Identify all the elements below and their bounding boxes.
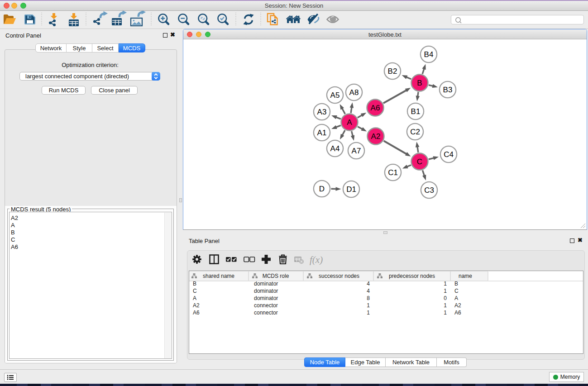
svg-text:A6: A6 xyxy=(193,310,200,316)
svg-text:4: 4 xyxy=(367,281,370,287)
svg-text:B4: B4 xyxy=(424,50,434,59)
svg-text:dominator: dominator xyxy=(254,295,278,301)
svg-text:0: 0 xyxy=(444,295,447,301)
svg-text:1: 1 xyxy=(444,281,447,287)
svg-text:1: 1 xyxy=(444,302,447,309)
svg-text:1: 1 xyxy=(444,288,447,294)
svg-text:A: A xyxy=(454,295,458,301)
svg-text:B: B xyxy=(417,79,422,87)
svg-text:4: 4 xyxy=(367,288,370,294)
svg-text:dominator: dominator xyxy=(254,288,278,294)
svg-text:predecessor nodes: predecessor nodes xyxy=(389,273,435,279)
svg-text:dominator: dominator xyxy=(254,281,278,287)
svg-text:f(x): f(x) xyxy=(310,254,323,265)
svg-text:B: B xyxy=(193,281,196,287)
svg-text:A1: A1 xyxy=(317,129,327,137)
svg-text:1: 1 xyxy=(367,310,370,316)
svg-text:A: A xyxy=(193,295,196,301)
svg-text:A8: A8 xyxy=(349,88,359,97)
svg-text:A6: A6 xyxy=(371,104,380,112)
svg-text:A4: A4 xyxy=(330,144,340,153)
svg-text:C2: C2 xyxy=(410,128,420,136)
svg-text:A: A xyxy=(347,118,352,127)
svg-text:connector: connector xyxy=(254,302,278,309)
svg-text:A5: A5 xyxy=(330,91,340,100)
svg-text:B2: B2 xyxy=(388,67,397,76)
svg-text:A2: A2 xyxy=(193,302,200,309)
svg-text:1: 1 xyxy=(367,302,370,309)
svg-text:A3: A3 xyxy=(317,108,327,116)
svg-text:1: 1 xyxy=(444,310,447,316)
svg-text:C: C xyxy=(417,157,422,166)
svg-text:A2: A2 xyxy=(371,132,381,141)
svg-text:A2: A2 xyxy=(454,302,461,309)
svg-text:successor nodes: successor nodes xyxy=(319,273,359,279)
svg-text:A6: A6 xyxy=(454,310,461,316)
svg-text:B1: B1 xyxy=(411,107,421,116)
svg-text:D1: D1 xyxy=(346,185,356,194)
svg-text:8: 8 xyxy=(367,295,370,301)
svg-text:C3: C3 xyxy=(424,186,434,195)
svg-text:C4: C4 xyxy=(444,150,454,159)
svg-text:C: C xyxy=(454,288,459,294)
svg-text:B: B xyxy=(454,281,458,287)
svg-text:name: name xyxy=(459,273,472,279)
svg-text:C1: C1 xyxy=(388,168,398,177)
svg-text:MCDS role: MCDS role xyxy=(263,273,289,279)
svg-text:shared name: shared name xyxy=(203,273,234,279)
svg-text:A7: A7 xyxy=(352,147,361,155)
svg-text:connector: connector xyxy=(254,310,278,316)
svg-text:D: D xyxy=(319,185,325,193)
svg-text:C: C xyxy=(193,288,197,294)
svg-text:B3: B3 xyxy=(443,86,453,94)
